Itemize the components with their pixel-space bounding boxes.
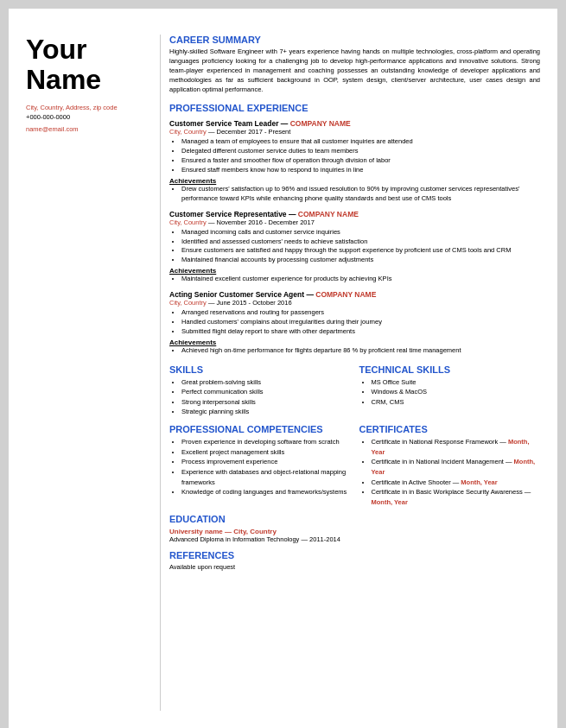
list-item: Handled customers' complains about irreg…	[181, 318, 540, 327]
technical-skills-list: MS Office Suite Windows & MacOS CRM, CMS	[372, 377, 541, 408]
list-item: Maintained excellent customer experience…	[181, 275, 540, 284]
job-location-3: City, Country — June 2015 - October 2016	[169, 299, 540, 307]
education-title: EDUCATION	[169, 514, 540, 524]
cert-text-1: Certificate in National Response Framewo…	[372, 438, 508, 446]
job-dates-3: — June 2015 - October 2016	[207, 299, 292, 307]
cert-highlight-4: Month, Year	[372, 498, 408, 506]
list-item: Great problem-solving skills	[181, 377, 351, 388]
university-name: University name	[169, 528, 223, 535]
job-title-3: Acting Senior Customer Service Agent — C…	[169, 290, 540, 299]
cert-text-4: Certificate in in Basic Workplace Securi…	[372, 488, 531, 496]
job-title-1: Customer Service Team Leader — COMPANY N…	[169, 119, 540, 128]
job-achievements-2: Maintained excellent customer experience…	[181, 275, 540, 284]
job-dash-3: —	[304, 290, 315, 299]
competencies-list: Proven experience in developing software…	[181, 437, 351, 497]
list-item: Achieved high on-time performance for fl…	[181, 346, 540, 356]
job-dash-1: —	[278, 119, 289, 128]
competencies-col: PROFESSIONAL COMPETENCIES Proven experie…	[169, 417, 351, 507]
list-item: Managed a team of employees to ensure th…	[181, 137, 540, 147]
list-item: Process improvement experience	[181, 457, 351, 467]
list-item: Knowledge of coding languages and framew…	[181, 487, 351, 497]
list-item: Certificate in in National Incident Mana…	[372, 457, 541, 477]
list-item: Perfect communication skills	[181, 387, 351, 397]
list-item: Strategic planning skills	[181, 407, 351, 417]
professional-experience-title: PROFESSIONAL EXPERIENCE	[169, 103, 540, 113]
job-achievements-3: Achieved high on-time performance for fl…	[181, 346, 540, 356]
references-title: REFERENCES	[169, 550, 540, 560]
achievements-label-2: Achievements	[169, 267, 540, 275]
job-city-1: City, Country	[169, 128, 207, 136]
left-column: Your Name City, Country, Address, zip co…	[26, 35, 160, 711]
job-city-3: City, Country	[169, 299, 207, 307]
list-item: Excellent project management skills	[181, 447, 351, 458]
education-section: EDUCATION University name — City, Countr…	[169, 514, 540, 543]
list-item: Ensured a faster and smoother flow of op…	[181, 156, 540, 166]
job-title-3-label: Acting Senior Customer Service Agent	[169, 290, 304, 299]
list-item: Maintained financial accounts by process…	[181, 256, 540, 265]
skills-section: SKILLS Great problem-solving skills Perf…	[169, 358, 540, 418]
list-item: Certificate in National Response Framewo…	[372, 437, 541, 457]
list-item: Ensured staff members know how to respon…	[181, 166, 540, 175]
email: name@email.com	[26, 125, 147, 133]
list-item: Windows & MacOS	[372, 387, 541, 397]
list-item: Submitted flight delay report to share w…	[181, 327, 540, 337]
job-title-2-label: Customer Service Representative	[169, 210, 287, 218]
university-block: University name — City, Country	[169, 527, 540, 535]
technical-skills-title: TECHNICAL SKILLS	[359, 364, 541, 375]
cert-highlight-3: Month, Year	[461, 478, 497, 486]
achievements-label-3: Achievements	[169, 339, 540, 346]
competencies-title: PROFESSIONAL COMPETENCIES	[169, 424, 351, 434]
list-item: Identified and assessed customers' needs…	[181, 237, 540, 247]
skills-col: SKILLS Great problem-solving skills Perf…	[169, 358, 351, 418]
list-item: Certificate in in Basic Workplace Securi…	[372, 487, 541, 507]
achievements-label-1: Achievements	[169, 177, 540, 185]
address: City, Country, Address, zip code	[26, 104, 147, 113]
list-item: CRM, CMS	[372, 397, 541, 408]
name-block: Your Name	[26, 35, 147, 95]
certificates-title: CERTIFICATES	[359, 424, 541, 434]
job-duties-2: Managed incoming calls and customer serv…	[181, 228, 540, 266]
job-location-1: City, Country — December 2017 - Present	[169, 128, 540, 136]
certificates-list: Certificate in National Response Framewo…	[372, 437, 541, 507]
list-item: Ensure customers are satisfied and happy…	[181, 246, 540, 256]
list-item: Arranged reservations and routing for pa…	[181, 308, 540, 318]
competencies-section: PROFESSIONAL COMPETENCIES Proven experie…	[169, 417, 540, 507]
education-degree: Advanced Diploma in Information Technolo…	[169, 535, 540, 543]
references-text: Available upon request	[169, 563, 540, 571]
company-name-3: COMPANY NAME	[315, 290, 376, 299]
job-title-2: Customer Service Representative — COMPAN…	[169, 210, 540, 218]
skills-title: SKILLS	[169, 364, 351, 375]
job-dates-2: — November 2016 - December 2017	[207, 218, 315, 226]
technical-skills-col: TECHNICAL SKILLS MS Office Suite Windows…	[359, 358, 541, 418]
job-dash-2: —	[287, 210, 298, 218]
job-location-2: City, Country — November 2016 - December…	[169, 218, 540, 226]
first-name: Your	[26, 35, 147, 65]
job-city-2: City, Country	[169, 218, 207, 226]
company-name-1: COMPANY NAME	[290, 119, 351, 128]
list-item: Drew customers' satisfaction up to 96% a…	[181, 185, 540, 204]
phone: +000-000-0000	[26, 113, 147, 123]
resume-page: Your Name City, Country, Address, zip co…	[9, 9, 557, 728]
certificates-col: CERTIFICATES Certificate in National Res…	[359, 417, 541, 507]
job-achievements-1: Drew customers' satisfaction up to 96% a…	[181, 185, 540, 204]
career-summary-title: CAREER SUMMARY	[169, 35, 540, 45]
list-item: Certificate in Active Shooter — Month, Y…	[372, 478, 541, 488]
list-item: Strong interpersonal skills	[181, 397, 351, 408]
contact-block: City, Country, Address, zip code +000-00…	[26, 104, 147, 133]
university-location: — City, Country	[223, 528, 277, 535]
list-item: Managed incoming calls and customer serv…	[181, 228, 540, 237]
job-duties-1: Managed a team of employees to ensure th…	[181, 137, 540, 175]
career-summary-text: Highly-skilled Software Engineer with 7+…	[169, 47, 540, 94]
company-name-2: COMPANY NAME	[298, 210, 359, 218]
list-item: Proven experience in developing software…	[181, 437, 351, 447]
cert-text-2: Certificate in in National Incident Mana…	[372, 458, 514, 465]
list-item: Delegated different customer service dut…	[181, 147, 540, 156]
cert-text-3: Certificate in Active Shooter —	[372, 478, 461, 486]
job-dates-1: — December 2017 - Present	[207, 128, 291, 136]
list-item: Experience with databases and object-rel…	[181, 467, 351, 487]
references-section: REFERENCES Available upon request	[169, 550, 540, 571]
last-name: Name	[26, 65, 147, 95]
job-title-1-label: Customer Service Team Leader	[169, 119, 278, 128]
skills-list: Great problem-solving skills Perfect com…	[181, 377, 351, 418]
job-duties-3: Arranged reservations and routing for pa…	[181, 308, 540, 337]
